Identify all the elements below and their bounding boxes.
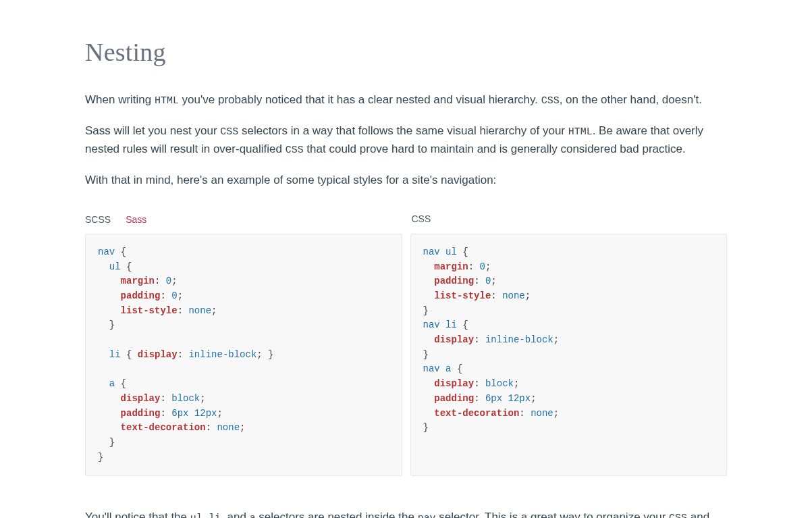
text: You'll notice that the: [85, 511, 190, 518]
code-token: list-style: [121, 305, 178, 316]
code-token: :: [160, 290, 171, 301]
code-token: :: [474, 393, 485, 404]
code-token: padding: [121, 408, 161, 419]
code-token: :: [178, 349, 189, 360]
code-token: }: [423, 422, 429, 433]
paragraph-intro-3: With that in mind, here's an example of …: [85, 172, 727, 189]
code-token: ;: [217, 408, 222, 419]
code-token: display: [434, 378, 474, 389]
source-tabs: SCSS Sass: [85, 209, 401, 234]
code-token: text-decoration: [121, 422, 206, 433]
inline-code-css: CSS: [669, 513, 687, 518]
scss-code-pane: nav { ul { margin: 0; padding: 0; list-s…: [85, 234, 402, 476]
tab-scss[interactable]: SCSS: [85, 209, 111, 234]
code-token: margin: [121, 276, 155, 286]
inline-code-html: HTML: [568, 126, 593, 137]
code-token: :: [474, 276, 485, 286]
code-token: display: [434, 334, 474, 345]
code-token: ;: [178, 290, 183, 301]
code-token: {: [115, 247, 126, 257]
code-token: {: [452, 363, 463, 374]
code-token: none: [217, 422, 240, 433]
code-token: {: [457, 319, 468, 330]
code-token: a: [109, 378, 115, 389]
code-token: ;: [171, 276, 177, 286]
code-token: nav: [98, 247, 115, 257]
code-token: :: [474, 334, 485, 345]
css-code-pane: nav ul { margin: 0; padding: 0; list-sty…: [410, 234, 728, 476]
code-token: none: [531, 408, 553, 419]
code-token: ;: [553, 408, 559, 419]
text: When writing: [85, 93, 155, 106]
code-token: 0: [166, 276, 171, 286]
inline-code-nav: nav: [418, 513, 436, 518]
text: selector. This is a great way to organiz…: [436, 511, 670, 518]
code-token: :: [160, 408, 171, 419]
code-token: {: [121, 261, 132, 272]
code-token: :: [160, 393, 171, 404]
code-token: }: [109, 319, 115, 330]
code-token: :: [519, 408, 531, 419]
paragraph-outro: You'll notice that the ul, li, and a sel…: [85, 509, 727, 518]
code-token: 6px 12px: [485, 393, 531, 404]
code-token: ;: [531, 393, 536, 404]
code-token: nav li: [423, 319, 457, 330]
text: that could prove hard to maintain and is…: [304, 143, 686, 155]
code-token: display: [121, 393, 161, 404]
code-token: ;: [211, 305, 217, 316]
code-token: }: [109, 437, 115, 448]
code-token: :: [468, 261, 480, 272]
code-token: {: [121, 349, 138, 360]
code-panes: nav { ul { margin: 0; padding: 0; list-s…: [85, 234, 727, 476]
code-token: ;: [240, 422, 245, 433]
tab-sass[interactable]: Sass: [126, 209, 146, 234]
text: , on the other hand, doesn't.: [560, 93, 702, 106]
code-token: ;: [485, 261, 491, 272]
code-token: }: [423, 305, 429, 316]
code-token: block: [485, 378, 514, 389]
inline-code-a: a: [250, 513, 256, 518]
code-token: ;: [514, 378, 519, 389]
paragraph-intro-1: When writing HTML you've probably notice…: [85, 91, 727, 109]
code-token: {: [115, 378, 126, 389]
code-token: :: [206, 422, 217, 433]
code-token: padding: [121, 290, 161, 301]
paragraph-intro-2: Sass will let you nest your CSS selector…: [85, 122, 727, 158]
code-token: nav ul: [423, 247, 457, 257]
tab-css-label: CSS: [409, 209, 728, 234]
inline-code-html: HTML: [155, 95, 179, 106]
code-token: }: [263, 349, 274, 360]
code-token: }: [98, 452, 103, 463]
code-tabs-row: SCSS Sass CSS: [85, 209, 727, 234]
code-token: margin: [434, 261, 468, 272]
code-token: }: [423, 349, 429, 360]
inline-code-li: li: [209, 513, 221, 518]
code-token: padding: [434, 393, 474, 404]
code-token: 0: [171, 290, 177, 301]
code-token: ul: [109, 261, 121, 272]
code-token: none: [188, 305, 211, 316]
code-token: ;: [491, 276, 496, 286]
inline-code-ul: ul: [190, 513, 202, 518]
code-token: :: [491, 290, 502, 301]
code-token: display: [138, 349, 178, 360]
code-token: {: [457, 247, 468, 257]
code-token: padding: [434, 276, 474, 286]
code-token: ;: [256, 349, 262, 360]
page-heading: Nesting: [85, 32, 727, 72]
text: selectors in a way that follows the same…: [238, 124, 568, 137]
code-token: inline-block: [485, 334, 553, 345]
code-token: ;: [525, 290, 531, 301]
text: ,: [202, 511, 209, 518]
code-token: text-decoration: [434, 408, 519, 419]
code-token: none: [502, 290, 525, 301]
code-token: 6px 12px: [171, 408, 217, 419]
code-token: 0: [480, 261, 485, 272]
code-token: ;: [553, 334, 559, 345]
code-token: block: [171, 393, 200, 404]
code-token: inline-block: [188, 349, 256, 360]
inline-code-css: CSS: [541, 95, 560, 106]
code-token: :: [178, 305, 189, 316]
text: selectors are nested inside the: [256, 511, 418, 518]
text: , and: [221, 511, 250, 518]
